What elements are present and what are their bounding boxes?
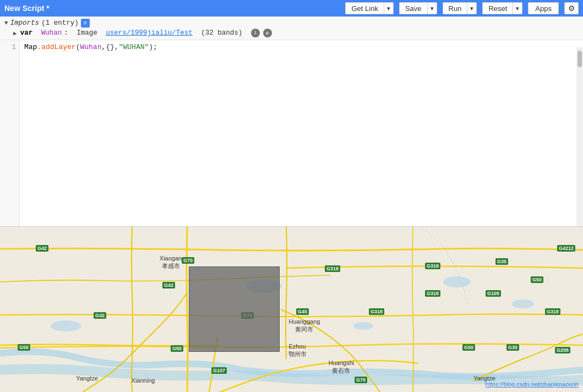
get-link-group: Get Link ▾	[345, 2, 393, 14]
var-colon: :	[64, 29, 68, 37]
toolbar: New Script * Get Link ▾ Save ▾ Run ▾ Res…	[0, 0, 583, 17]
var-bands: (32 bands)	[201, 29, 242, 37]
reset-group: Reset ▾	[482, 2, 522, 14]
collapse-arrow[interactable]: ▼	[4, 20, 8, 26]
run-button[interactable]: Run	[443, 2, 467, 14]
var-settings-icon[interactable]: ⚙	[263, 29, 272, 37]
code-comma1: ,{},	[101, 43, 118, 51]
code-string: "WUHAN"	[119, 43, 149, 51]
var-type: Image	[77, 29, 97, 37]
vertical-scrollbar[interactable]	[576, 47, 583, 226]
var-info-icon[interactable]: i	[251, 29, 260, 37]
run-group: Run ▾	[443, 2, 477, 14]
line-numbers: 1	[0, 40, 20, 226]
save-dropdown[interactable]: ▾	[427, 2, 437, 14]
var-name-label: Wuhan	[41, 29, 62, 37]
map-view[interactable]: G42G70G42G42G70G318G35G318G105G50G45G421…	[0, 227, 583, 392]
imports-row: ▼ Imports (1 entry) ≡	[0, 18, 583, 28]
code-editor: ▼ Imports (1 entry) ≡ ▶ var Wuhan: Image…	[0, 17, 583, 227]
settings-icon[interactable]: ⚙	[564, 2, 579, 14]
scrollbar-thumb[interactable]	[577, 51, 582, 67]
code-area: 1 Map.addLayer(Wuhan,{},"WUHAN");	[0, 40, 583, 226]
code-map: Map	[24, 43, 37, 51]
map-watermark: https://blog.csdn.net/zhanjimaosnh	[486, 381, 579, 388]
reset-dropdown[interactable]: ▾	[513, 2, 522, 14]
svg-point-4	[51, 320, 81, 331]
reset-button[interactable]: Reset	[482, 2, 513, 14]
imports-bar: ▼ Imports (1 entry) ≡ ▶ var Wuhan: Image…	[0, 17, 583, 40]
code-content[interactable]: Map.addLayer(Wuhan,{},"WUHAN");	[20, 40, 583, 226]
wuhan-layer-overlay	[189, 266, 280, 352]
page-title: New Script *	[4, 4, 340, 13]
code-varref: Wuhan	[80, 43, 101, 51]
var-row: ▶ var Wuhan: Image users/1999jialiu/Test…	[0, 28, 583, 38]
apps-button[interactable]: Apps	[528, 2, 559, 14]
svg-point-3	[512, 300, 534, 308]
imports-doc-icon[interactable]: ≡	[81, 19, 90, 28]
var-keyword: var	[20, 29, 33, 37]
code-paren-close: );	[149, 43, 157, 51]
save-group: Save ▾	[399, 2, 437, 14]
svg-point-5	[353, 322, 373, 330]
imports-label: Imports	[10, 19, 40, 27]
map-svg	[0, 227, 583, 392]
save-button[interactable]: Save	[399, 2, 427, 14]
var-expand-arrow[interactable]: ▶	[13, 30, 17, 37]
get-link-button[interactable]: Get Link	[345, 2, 383, 14]
run-dropdown[interactable]: ▾	[467, 2, 477, 14]
imports-count: (1 entry)	[41, 19, 79, 27]
get-link-dropdown[interactable]: ▾	[384, 2, 394, 14]
code-addlayer: .addLayer	[37, 43, 75, 51]
svg-point-2	[443, 276, 471, 287]
line-number-1: 1	[0, 42, 16, 52]
var-path-link[interactable]: users/1999jialiu/Test	[106, 29, 193, 37]
